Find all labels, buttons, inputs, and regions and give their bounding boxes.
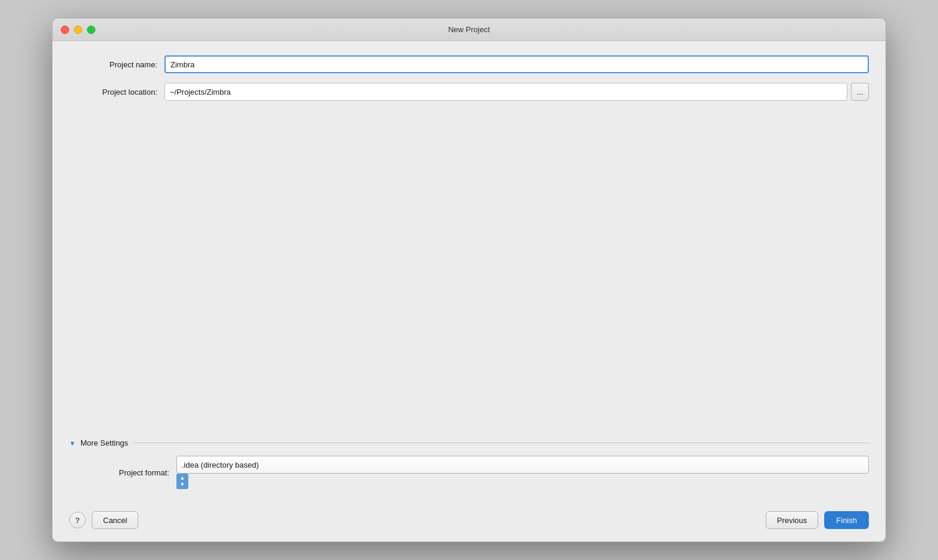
project-format-select-wrapper: .idea (directory based) .ipr (file based… (176, 456, 869, 489)
location-input-wrapper: ... (164, 83, 869, 101)
footer: ? Cancel Previous Finish (52, 499, 886, 542)
project-name-input[interactable] (164, 55, 869, 73)
maximize-button[interactable] (87, 26, 95, 34)
traffic-lights (61, 26, 95, 34)
finish-button[interactable]: Finish (824, 511, 869, 529)
more-settings-divider (133, 443, 869, 443)
minimize-button[interactable] (74, 26, 82, 34)
chevron-down-icon: ▼ (180, 482, 185, 487)
project-format-row: Project format: .idea (directory based) … (69, 456, 869, 489)
content-area: Project name: Project location: ... ▼ Mo… (52, 41, 886, 499)
new-project-window: New Project Project name: Project locati… (52, 18, 886, 542)
help-button[interactable]: ? (69, 512, 86, 528)
cancel-button[interactable]: Cancel (92, 511, 138, 529)
chevron-up-icon: ▲ (180, 475, 185, 481)
select-arrow-icon: ▲ ▼ (176, 474, 188, 489)
browse-button[interactable]: ... (851, 83, 869, 101)
project-location-input[interactable] (164, 83, 847, 101)
footer-left: ? Cancel (69, 511, 138, 529)
more-settings-arrow-icon[interactable]: ▼ (69, 440, 76, 447)
more-settings-label: More Settings (80, 438, 128, 447)
more-settings-section: ▼ More Settings Project format: .idea (d… (69, 438, 869, 499)
more-settings-header: ▼ More Settings (69, 438, 869, 447)
window-title: New Project (448, 25, 490, 34)
project-format-select[interactable]: .idea (directory based) .ipr (file based… (176, 456, 869, 474)
project-format-label: Project format: (81, 468, 176, 477)
close-button[interactable] (61, 26, 69, 34)
previous-button[interactable]: Previous (766, 511, 819, 529)
project-name-row: Project name: (69, 55, 869, 73)
content-spacer (69, 110, 869, 438)
project-location-label: Project location: (69, 88, 164, 97)
project-name-label: Project name: (69, 60, 164, 69)
footer-right: Previous Finish (766, 511, 869, 529)
title-bar: New Project (52, 18, 886, 41)
project-location-row: Project location: ... (69, 83, 869, 101)
